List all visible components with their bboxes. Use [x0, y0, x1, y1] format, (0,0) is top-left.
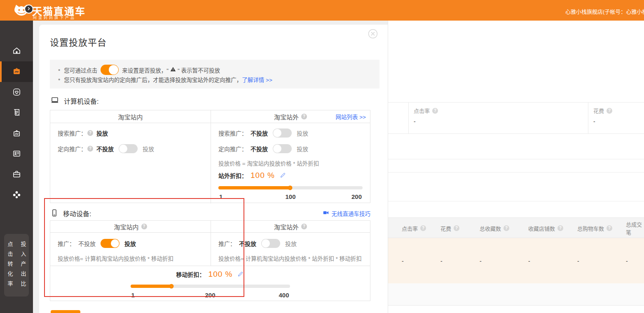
column-header: 总收藏数	[480, 224, 501, 232]
account-name[interactable]: 心雅小栈旗舰店(子帐号：心雅小栈	[565, 7, 644, 15]
search-promo-row: 搜索推广： 不投放 投放	[218, 128, 363, 138]
stat-cards-row: 点击率 - 花费 -	[388, 102, 644, 134]
help-icon[interactable]	[432, 108, 438, 114]
mobile-discount-slider[interactable]	[131, 285, 290, 288]
computer-section-header: 计算机设备:	[50, 96, 370, 106]
mobile-table-body: 推广： 不投放 投放 投放价格= 计算机淘宝站内投放价格 * 移动折扣 推广： …	[50, 233, 370, 266]
notice-line-2: 您只有投放淘宝站内的定向推广后，才能选择投放淘宝站外的定向推广， 了解详情 >>	[58, 75, 371, 84]
sidebar-item-reports[interactable]	[0, 103, 33, 124]
stat-card-ctr: 点击率 -	[409, 103, 588, 133]
mobile-table-header: 淘宝站内 淘宝站外	[50, 221, 370, 233]
help-icon[interactable]	[503, 225, 509, 231]
table-cell: -	[626, 258, 628, 264]
warning-triangle-icon	[170, 66, 176, 74]
table-header-cost[interactable]: 花费	[440, 218, 459, 238]
table-header-ctr[interactable]: 点击率	[402, 218, 426, 238]
table-header-shop-favorites[interactable]: 收藏店铺数	[528, 218, 563, 238]
help-icon[interactable]	[420, 225, 426, 231]
close-icon[interactable]	[368, 29, 378, 39]
table-cell: -	[480, 258, 482, 264]
wireless-tips-link[interactable]: 无线直通车技巧	[332, 209, 371, 217]
data-table-header: 点击率 花费 总收藏数 收藏店铺数 总购物车数 总成交笔	[388, 217, 644, 238]
table-footer-band	[388, 283, 644, 306]
table-header-deals[interactable]: 总成交笔	[626, 218, 644, 238]
scale-max: 400	[279, 292, 289, 299]
website-list-link[interactable]: 网站列表 >>	[335, 112, 366, 121]
search-promo-state: 投放	[96, 129, 108, 137]
column-header: 点击率	[402, 224, 418, 232]
column-header: 淘宝站内	[118, 112, 143, 121]
computer-outside-cell: 搜索推广： 不投放 投放 定向推广： 不投放 投放 投放价格 = 淘宝站内投放价…	[211, 123, 370, 203]
search-promo-row: 搜索推广： 投放	[58, 128, 203, 138]
help-icon[interactable]	[301, 224, 307, 229]
outside-discount-slider[interactable]	[218, 186, 363, 189]
sidebar-item-toolbox[interactable]	[0, 164, 33, 185]
help-icon[interactable]	[301, 114, 307, 119]
save-button[interactable]	[51, 310, 80, 313]
search-promo-toggle[interactable]	[273, 128, 292, 138]
clover-apps-icon	[12, 190, 21, 201]
mobile-outside-formula: 投放价格= 计算机淘宝站内投放价格 * 站外折扣 * 移动折扣	[218, 254, 363, 262]
mobile-section-title: 移动设备:	[63, 208, 91, 218]
mobile-inside-cell: 推广： 不投放 投放 投放价格= 计算机淘宝站内投放价格 * 移动折扣	[50, 233, 211, 266]
sidebar-item-favorites[interactable]	[0, 82, 33, 103]
mobile-inside-toggle[interactable]	[101, 239, 119, 248]
learn-more-link[interactable]: 了解详情 >>	[242, 75, 272, 84]
wireless-tips-link-group[interactable]: 无线直通车技巧	[322, 209, 371, 217]
target-promo-toggle[interactable]	[273, 144, 292, 153]
table-header-carts[interactable]: 总购物车数	[577, 218, 612, 238]
background-report-panel: 点击率 - 花费 - 点击率 花费	[388, 21, 644, 313]
laptop-icon	[50, 96, 60, 107]
notice-line-1: 您可通过点击 来设置是否投放，" " 表示暂不可投放	[58, 65, 371, 75]
mobile-inside-header-cell: 淘宝站内	[50, 221, 211, 232]
slider-handle[interactable]	[169, 284, 173, 289]
receipt-icon	[12, 108, 21, 119]
help-icon[interactable]	[607, 108, 612, 114]
table-row[interactable]: - - - - - -	[388, 238, 644, 283]
sidebar-item-apps[interactable]	[0, 185, 33, 206]
sidebar-item-campaign[interactable]	[0, 61, 33, 82]
target-promo-toggle[interactable]	[119, 144, 138, 153]
mobile-outside-header-cell: 淘宝站外	[211, 221, 370, 232]
column-header: 总成交笔	[626, 220, 644, 236]
scale-mid: 200	[205, 292, 215, 299]
target-promo-row: 定向推广： 不投放 投放	[218, 144, 363, 154]
help-icon[interactable]	[607, 225, 612, 231]
divider	[388, 201, 644, 201]
promo-state: 不投放	[239, 239, 256, 248]
smartphone-icon	[50, 208, 59, 219]
mobile-outside-toggle[interactable]	[261, 239, 280, 248]
promo-label: 推广：	[218, 239, 236, 248]
sidebar-item-home[interactable]	[0, 41, 33, 61]
stat-value: -	[414, 118, 588, 125]
stat-label: 花费	[593, 107, 604, 114]
sidebar-item-creatives[interactable]	[0, 124, 33, 144]
help-icon[interactable]	[454, 225, 459, 231]
help-icon[interactable]	[141, 224, 147, 229]
computer-outside-header-cell: 淘宝站外 网站列表 >>	[211, 110, 370, 123]
toggle-on-label: 投放	[143, 145, 154, 153]
column-header: 总购物车数	[577, 224, 604, 232]
scale-max: 200	[351, 193, 362, 200]
help-icon[interactable]	[87, 130, 93, 136]
sidebar-expand-button[interactable]	[24, 5, 33, 14]
outside-discount-line: 站外折扣： 100 %	[218, 171, 363, 180]
promo-off-label: 不投放	[78, 239, 96, 248]
edit-pencil-icon[interactable]	[280, 172, 286, 180]
table-header-favorites[interactable]: 总收藏数	[480, 218, 509, 238]
help-icon[interactable]	[87, 146, 93, 152]
table-cell: -	[402, 258, 404, 264]
sidebar-metrics-box[interactable]: 点击转化率 投入产出比	[4, 234, 29, 297]
sidebar-item-account[interactable]	[0, 144, 33, 164]
toggle-example	[101, 65, 119, 75]
discount-value: 100 %	[208, 270, 233, 279]
notice-text: " 表示暂不可投放	[178, 66, 220, 74]
slider-handle[interactable]	[288, 186, 292, 190]
search-promo-label: 搜索推广：	[218, 129, 247, 137]
target-promo-state: 不投放	[251, 145, 268, 153]
left-sidebar: 点击转化率 投入产出比	[0, 21, 33, 313]
notice-text: 来设置是否投放，"	[122, 66, 169, 74]
edit-pencil-icon[interactable]	[237, 271, 244, 278]
briefcase-icon	[12, 169, 21, 180]
help-icon[interactable]	[557, 225, 563, 231]
